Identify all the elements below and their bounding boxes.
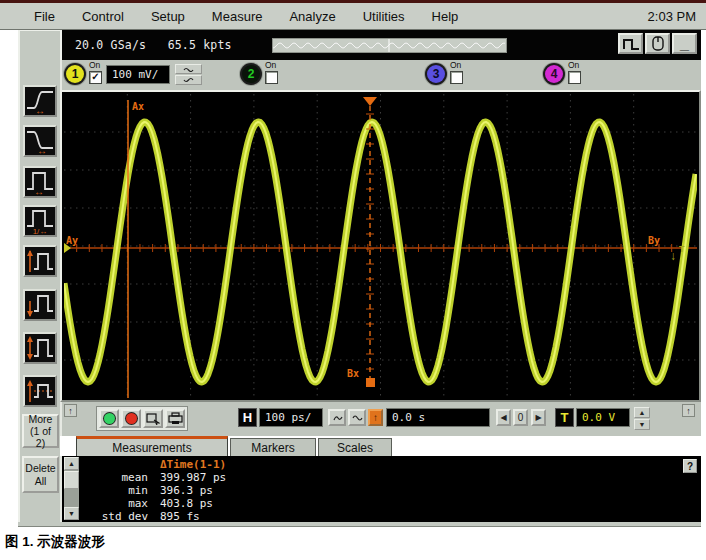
vamplitude-icon bbox=[25, 334, 55, 362]
trigger-position-marker[interactable] bbox=[363, 97, 377, 106]
fall-time-button[interactable]: ↔ bbox=[23, 125, 57, 157]
scale-down-button[interactable] bbox=[175, 75, 202, 85]
marker-ay-label: Ay bbox=[66, 235, 78, 246]
scroll-thumb[interactable] bbox=[64, 471, 79, 489]
memory-bar[interactable] bbox=[272, 38, 507, 53]
vmin-button[interactable] bbox=[23, 289, 57, 321]
position-left-button[interactable]: ◀ bbox=[496, 409, 511, 426]
vmax-icon bbox=[25, 247, 55, 275]
help-button[interactable]: ? bbox=[683, 459, 697, 473]
sample-rate: 20.0 GSa/s bbox=[75, 38, 146, 52]
screen-copy-button[interactable] bbox=[143, 409, 163, 428]
minimize-button[interactable]: _ bbox=[672, 33, 697, 54]
screen-copy-icon bbox=[146, 412, 160, 425]
trigger-position-button[interactable]: ↑ bbox=[368, 409, 383, 426]
more-measurements-button[interactable]: More (1 of 2) bbox=[22, 414, 59, 448]
stop-button[interactable] bbox=[121, 409, 141, 428]
vmin-icon bbox=[25, 291, 55, 319]
run-button[interactable] bbox=[99, 409, 119, 428]
trigger-key[interactable]: T bbox=[555, 408, 574, 427]
vrms-button[interactable] bbox=[23, 375, 57, 407]
trigger-level-spinner: ▲ ▼ bbox=[634, 407, 650, 430]
rise-time-icon: ↔ bbox=[25, 87, 55, 115]
menu-control[interactable]: Control bbox=[82, 9, 124, 24]
scroll-down-button[interactable]: ▼ bbox=[64, 507, 79, 520]
channel-3-on-label: On bbox=[450, 60, 461, 70]
vmax-button[interactable] bbox=[23, 245, 57, 277]
rise-time-button[interactable]: ↔ bbox=[23, 85, 57, 117]
measurement-title: ΔTime(1-1) bbox=[160, 458, 226, 471]
expand-right-icon[interactable]: ↑ bbox=[682, 404, 695, 417]
timebase-field[interactable]: 100 ps/ bbox=[259, 408, 323, 427]
horizontal-key[interactable]: H bbox=[238, 408, 257, 427]
menu-analyze[interactable]: Analyze bbox=[289, 9, 335, 24]
mouse-mode-button[interactable] bbox=[645, 33, 670, 54]
tab-measurements[interactable]: Measurements bbox=[76, 436, 228, 456]
measurements-scrollbar: ▲ ▼ bbox=[64, 457, 79, 520]
scope-main-area: 20.0 GSa/s 65.5 kpts _ bbox=[60, 30, 701, 522]
run-icon bbox=[104, 413, 115, 424]
tab-markers[interactable]: Markers bbox=[230, 438, 316, 456]
scale-up-button[interactable] bbox=[175, 64, 202, 74]
trigger-level-letter: T bbox=[679, 244, 685, 254]
scroll-up-button[interactable]: ▲ bbox=[64, 457, 79, 470]
level-up-button[interactable]: ▲ bbox=[634, 407, 650, 418]
menu-measure[interactable]: Measure bbox=[212, 9, 263, 24]
channel-3-badge[interactable]: 3 bbox=[427, 65, 445, 83]
horizontal-trigger-bar: ↑ H 100 ps/ bbox=[60, 402, 701, 436]
measurement-label: mean bbox=[82, 471, 148, 484]
measurement-value: 396.3 ps bbox=[160, 484, 213, 497]
channel-3-on-control: On bbox=[450, 61, 472, 84]
marker-bx-handle[interactable] bbox=[366, 378, 375, 387]
position-right-button[interactable]: ▶ bbox=[531, 409, 546, 426]
timebase-coarse-button[interactable] bbox=[348, 409, 366, 426]
window-bottom-edge bbox=[18, 522, 701, 527]
measurement-value: 399.987 ps bbox=[160, 471, 226, 484]
channel-4-on-checkbox[interactable] bbox=[568, 71, 581, 84]
stop-icon bbox=[126, 413, 137, 424]
channel-2-badge[interactable]: 2 bbox=[242, 65, 260, 83]
menu-utilities[interactable]: Utilities bbox=[363, 9, 405, 24]
print-button[interactable] bbox=[165, 409, 185, 428]
vamplitude-button[interactable] bbox=[23, 332, 57, 364]
measurement-value: 403.8 ps bbox=[160, 497, 213, 510]
measurements-panel: ▲ ▼ ΔTime(1-1) mean 399.987 ps min 396.3… bbox=[60, 456, 701, 522]
acquisition-status-bar: 20.0 GSa/s 65.5 kpts _ bbox=[60, 30, 701, 60]
channel-4-badge[interactable]: 4 bbox=[545, 65, 563, 83]
channel-3-on-checkbox[interactable] bbox=[450, 71, 463, 84]
pulse-width-button[interactable]: ↔ bbox=[23, 166, 57, 198]
trigger-level-arrow-icon[interactable]: ↓ bbox=[670, 249, 676, 263]
tab-scales[interactable]: Scales bbox=[318, 438, 392, 456]
measurement-toolbar: ↔ ↔ ↔ 1/↔ bbox=[18, 30, 60, 522]
pulse-mode-button[interactable] bbox=[618, 33, 643, 54]
menu-file[interactable]: File bbox=[34, 9, 55, 24]
level-down-button[interactable]: ▼ bbox=[634, 419, 650, 430]
svg-text:1/↔: 1/↔ bbox=[33, 227, 48, 235]
oscilloscope-screenshot: File Control Setup Measure Analyze Utili… bbox=[0, 0, 706, 560]
channel-1-scale-field[interactable]: 100 mV/ bbox=[106, 65, 170, 84]
frequency-button[interactable]: 1/↔ bbox=[23, 205, 57, 237]
measurement-label: min bbox=[82, 484, 148, 497]
horizontal-position-field[interactable]: 0.0 s bbox=[386, 408, 490, 427]
channel-2-on-checkbox[interactable] bbox=[265, 71, 278, 84]
clock: 2:03 PM bbox=[648, 9, 706, 24]
fall-time-icon: ↔ bbox=[25, 127, 55, 155]
svg-text:↔: ↔ bbox=[37, 145, 47, 155]
measurement-label: max bbox=[82, 497, 148, 510]
timebase-fine-button[interactable] bbox=[328, 409, 346, 426]
acquisition-readout: 20.0 GSa/s 65.5 kpts bbox=[75, 38, 232, 52]
menu-help[interactable]: Help bbox=[432, 9, 459, 24]
waveform-display: Ax Bx Ay By ↓ T bbox=[60, 90, 701, 402]
delete-all-button[interactable]: Delete All bbox=[22, 456, 59, 493]
marker-by-label: By bbox=[648, 235, 660, 246]
pulse-icon bbox=[622, 37, 640, 51]
channel-1-on-checkbox[interactable]: ✓ bbox=[89, 71, 102, 84]
position-zero-button[interactable]: 0 bbox=[513, 409, 528, 426]
channel-1-badge[interactable]: 1 bbox=[66, 65, 84, 83]
results-tab-row: Measurements Markers Scales bbox=[60, 436, 701, 456]
trigger-level-field[interactable]: 0.0 V bbox=[576, 408, 630, 427]
expand-left-icon[interactable]: ↑ bbox=[64, 404, 77, 417]
figure-caption: 图 1. 示波器波形 bbox=[5, 533, 105, 551]
run-control-panel bbox=[96, 406, 188, 431]
menu-setup[interactable]: Setup bbox=[151, 9, 185, 24]
